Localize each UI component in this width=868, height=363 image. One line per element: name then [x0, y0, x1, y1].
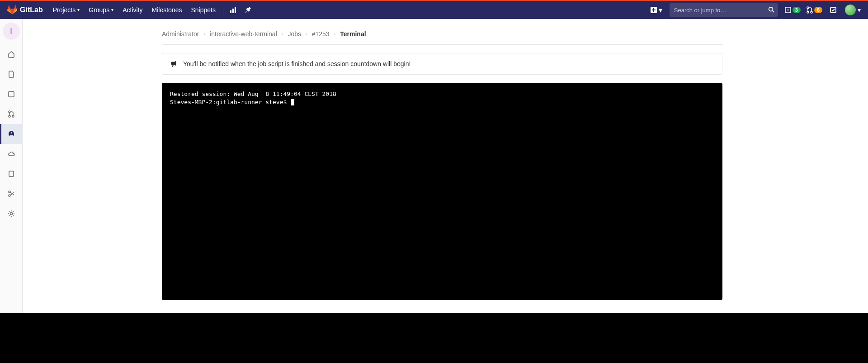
breadcrumb: Administrator › interactive-web-terminal…	[162, 26, 722, 42]
todos-button[interactable]	[826, 6, 840, 14]
left-sidebar: I	[0, 19, 23, 363]
sidebar-merge-requests[interactable]	[0, 104, 23, 124]
nav-milestones[interactable]: Milestones	[147, 1, 187, 19]
chevron-down-icon: ▾	[77, 1, 80, 19]
sidebar-issues[interactable]	[0, 84, 23, 104]
package-icon	[8, 170, 15, 177]
sidebar-registry[interactable]	[0, 164, 23, 184]
sidebar-repository[interactable]	[0, 64, 23, 84]
svg-point-10	[807, 7, 809, 9]
sidebar-settings[interactable]	[0, 204, 23, 224]
sidebar-snippets[interactable]	[0, 184, 23, 204]
todos-icon	[830, 6, 837, 14]
svg-rect-14	[9, 91, 14, 97]
top-navbar: GitLab Projects▾ Groups▾ Activity Milest…	[0, 1, 868, 19]
gitlab-icon	[7, 5, 17, 15]
svg-rect-1	[232, 9, 234, 13]
svg-rect-5	[652, 10, 656, 10]
issues-counter[interactable]: 3	[783, 1, 802, 19]
chevron-right-icon: ›	[334, 31, 336, 37]
breadcrumb-current: Terminal	[340, 30, 366, 38]
file-icon	[8, 71, 15, 78]
search-box[interactable]	[670, 3, 778, 17]
admin-icon[interactable]	[241, 1, 255, 19]
search-input[interactable]	[674, 7, 764, 14]
nav-projects[interactable]: Projects▾	[48, 1, 85, 19]
svg-rect-0	[230, 10, 231, 13]
svg-line-7	[772, 11, 774, 13]
analytics-icon[interactable]	[226, 1, 241, 19]
breadcrumb-item[interactable]: Jobs	[288, 30, 301, 38]
issues-icon	[8, 91, 15, 98]
chevron-down-icon: ▾	[111, 1, 113, 19]
svg-rect-2	[235, 7, 236, 13]
plus-icon	[651, 7, 657, 13]
svg-point-21	[10, 213, 12, 215]
divider	[162, 44, 722, 45]
cloud-icon	[8, 150, 15, 158]
chevron-right-icon: ›	[282, 31, 283, 37]
svg-point-6	[769, 7, 773, 11]
gitlab-logo[interactable]: GitLab	[7, 5, 43, 15]
search-icon	[768, 6, 774, 14]
bullhorn-icon	[170, 60, 178, 68]
rocket-icon	[8, 130, 15, 138]
chevron-down-icon: ▾	[659, 6, 662, 14]
sidebar-cicd[interactable]	[0, 124, 23, 144]
notice-banner: You'll be notified when the job script i…	[162, 53, 722, 75]
terminal-line: Restored session: Wed Aug 8 11:49:04 CES…	[170, 91, 336, 97]
mr-badge: 6	[814, 7, 822, 13]
user-menu[interactable]: ▾	[842, 5, 861, 15]
svg-point-19	[9, 191, 10, 193]
merge-requests-counter[interactable]: 6	[804, 1, 824, 19]
svg-point-12	[811, 11, 812, 13]
chevron-down-icon: ▾	[858, 6, 861, 14]
nav-separator	[223, 5, 223, 14]
sidebar-operations[interactable]	[0, 144, 23, 164]
svg-point-9	[787, 10, 788, 11]
notice-text: You'll be notified when the job script i…	[183, 60, 410, 67]
breadcrumb-item[interactable]: interactive-web-terminal	[210, 30, 277, 38]
svg-point-16	[9, 115, 10, 117]
scissors-icon	[8, 190, 15, 197]
svg-point-20	[9, 195, 10, 196]
gear-icon	[8, 210, 15, 217]
breadcrumb-item[interactable]: Administrator	[162, 30, 199, 38]
page-footer	[0, 313, 868, 363]
svg-point-17	[12, 115, 14, 117]
terminal-prompt: Steves-MBP-2:gitlab-runner steve$	[170, 99, 290, 105]
svg-rect-18	[9, 171, 14, 177]
breadcrumb-item[interactable]: #1253	[312, 30, 330, 38]
nav-groups[interactable]: Groups▾	[84, 1, 118, 19]
nav-activity[interactable]: Activity	[118, 1, 147, 19]
issues-badge: 3	[793, 7, 801, 13]
chevron-right-icon: ›	[203, 31, 205, 37]
user-avatar	[845, 5, 856, 15]
nav-snippets[interactable]: Snippets	[186, 1, 220, 19]
merge-request-icon	[806, 6, 813, 14]
terminal-cursor	[291, 99, 294, 105]
sidebar-home[interactable]	[0, 44, 23, 64]
home-icon	[8, 51, 15, 58]
svg-point-11	[807, 11, 809, 13]
web-terminal[interactable]: Restored session: Wed Aug 8 11:49:04 CES…	[162, 83, 722, 300]
svg-point-15	[9, 111, 10, 113]
issues-icon	[784, 6, 792, 14]
chevron-right-icon: ›	[306, 31, 307, 37]
project-avatar[interactable]: I	[3, 23, 20, 40]
merge-request-icon	[8, 110, 15, 118]
new-dropdown[interactable]: ▾	[648, 6, 665, 14]
brand-name: GitLab	[20, 6, 43, 14]
